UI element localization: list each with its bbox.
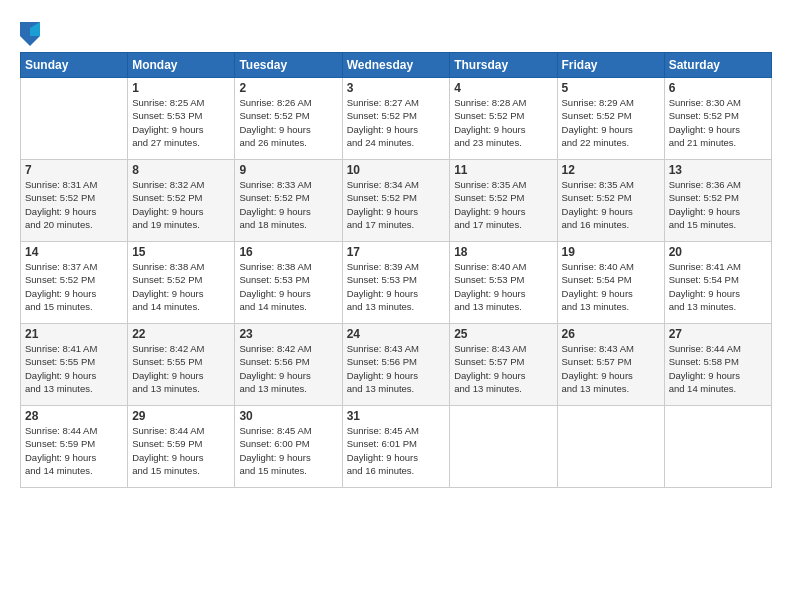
day-cell: 16Sunrise: 8:38 AM Sunset: 5:53 PM Dayli… <box>235 242 342 324</box>
day-number: 11 <box>454 163 552 177</box>
day-info: Sunrise: 8:28 AM Sunset: 5:52 PM Dayligh… <box>454 96 552 149</box>
header <box>20 18 772 46</box>
day-number: 16 <box>239 245 337 259</box>
day-number: 25 <box>454 327 552 341</box>
day-cell: 8Sunrise: 8:32 AM Sunset: 5:52 PM Daylig… <box>128 160 235 242</box>
day-number: 15 <box>132 245 230 259</box>
day-info: Sunrise: 8:33 AM Sunset: 5:52 PM Dayligh… <box>239 178 337 231</box>
day-cell: 14Sunrise: 8:37 AM Sunset: 5:52 PM Dayli… <box>21 242 128 324</box>
day-cell: 20Sunrise: 8:41 AM Sunset: 5:54 PM Dayli… <box>664 242 771 324</box>
day-cell: 10Sunrise: 8:34 AM Sunset: 5:52 PM Dayli… <box>342 160 450 242</box>
day-cell: 17Sunrise: 8:39 AM Sunset: 5:53 PM Dayli… <box>342 242 450 324</box>
day-number: 13 <box>669 163 767 177</box>
day-number: 17 <box>347 245 446 259</box>
day-number: 28 <box>25 409 123 423</box>
day-info: Sunrise: 8:43 AM Sunset: 5:57 PM Dayligh… <box>562 342 660 395</box>
day-cell: 7Sunrise: 8:31 AM Sunset: 5:52 PM Daylig… <box>21 160 128 242</box>
day-number: 23 <box>239 327 337 341</box>
day-number: 18 <box>454 245 552 259</box>
day-number: 12 <box>562 163 660 177</box>
page: SundayMondayTuesdayWednesdayThursdayFrid… <box>0 0 792 612</box>
week-row-3: 14Sunrise: 8:37 AM Sunset: 5:52 PM Dayli… <box>21 242 772 324</box>
day-cell: 3Sunrise: 8:27 AM Sunset: 5:52 PM Daylig… <box>342 78 450 160</box>
day-cell: 30Sunrise: 8:45 AM Sunset: 6:00 PM Dayli… <box>235 406 342 488</box>
day-cell: 23Sunrise: 8:42 AM Sunset: 5:56 PM Dayli… <box>235 324 342 406</box>
weekday-friday: Friday <box>557 53 664 78</box>
day-cell <box>450 406 557 488</box>
day-cell: 28Sunrise: 8:44 AM Sunset: 5:59 PM Dayli… <box>21 406 128 488</box>
day-info: Sunrise: 8:44 AM Sunset: 5:59 PM Dayligh… <box>132 424 230 477</box>
day-number: 1 <box>132 81 230 95</box>
week-row-4: 21Sunrise: 8:41 AM Sunset: 5:55 PM Dayli… <box>21 324 772 406</box>
day-cell: 31Sunrise: 8:45 AM Sunset: 6:01 PM Dayli… <box>342 406 450 488</box>
day-number: 7 <box>25 163 123 177</box>
day-info: Sunrise: 8:41 AM Sunset: 5:55 PM Dayligh… <box>25 342 123 395</box>
day-info: Sunrise: 8:29 AM Sunset: 5:52 PM Dayligh… <box>562 96 660 149</box>
day-cell: 25Sunrise: 8:43 AM Sunset: 5:57 PM Dayli… <box>450 324 557 406</box>
day-info: Sunrise: 8:39 AM Sunset: 5:53 PM Dayligh… <box>347 260 446 313</box>
day-cell: 24Sunrise: 8:43 AM Sunset: 5:56 PM Dayli… <box>342 324 450 406</box>
day-number: 22 <box>132 327 230 341</box>
weekday-thursday: Thursday <box>450 53 557 78</box>
day-info: Sunrise: 8:40 AM Sunset: 5:54 PM Dayligh… <box>562 260 660 313</box>
day-cell: 21Sunrise: 8:41 AM Sunset: 5:55 PM Dayli… <box>21 324 128 406</box>
day-number: 5 <box>562 81 660 95</box>
day-cell: 12Sunrise: 8:35 AM Sunset: 5:52 PM Dayli… <box>557 160 664 242</box>
day-cell <box>557 406 664 488</box>
day-info: Sunrise: 8:36 AM Sunset: 5:52 PM Dayligh… <box>669 178 767 231</box>
day-cell: 1Sunrise: 8:25 AM Sunset: 5:53 PM Daylig… <box>128 78 235 160</box>
day-cell: 13Sunrise: 8:36 AM Sunset: 5:52 PM Dayli… <box>664 160 771 242</box>
day-number: 10 <box>347 163 446 177</box>
weekday-saturday: Saturday <box>664 53 771 78</box>
day-info: Sunrise: 8:40 AM Sunset: 5:53 PM Dayligh… <box>454 260 552 313</box>
day-number: 24 <box>347 327 446 341</box>
day-info: Sunrise: 8:30 AM Sunset: 5:52 PM Dayligh… <box>669 96 767 149</box>
day-cell: 19Sunrise: 8:40 AM Sunset: 5:54 PM Dayli… <box>557 242 664 324</box>
day-info: Sunrise: 8:37 AM Sunset: 5:52 PM Dayligh… <box>25 260 123 313</box>
day-cell <box>21 78 128 160</box>
day-info: Sunrise: 8:25 AM Sunset: 5:53 PM Dayligh… <box>132 96 230 149</box>
logo-icon <box>20 22 40 46</box>
day-cell: 2Sunrise: 8:26 AM Sunset: 5:52 PM Daylig… <box>235 78 342 160</box>
day-cell: 27Sunrise: 8:44 AM Sunset: 5:58 PM Dayli… <box>664 324 771 406</box>
logo <box>20 22 42 46</box>
day-info: Sunrise: 8:35 AM Sunset: 5:52 PM Dayligh… <box>454 178 552 231</box>
day-cell: 6Sunrise: 8:30 AM Sunset: 5:52 PM Daylig… <box>664 78 771 160</box>
day-number: 20 <box>669 245 767 259</box>
day-number: 30 <box>239 409 337 423</box>
day-number: 29 <box>132 409 230 423</box>
calendar: SundayMondayTuesdayWednesdayThursdayFrid… <box>20 52 772 488</box>
day-info: Sunrise: 8:43 AM Sunset: 5:57 PM Dayligh… <box>454 342 552 395</box>
day-number: 6 <box>669 81 767 95</box>
week-row-5: 28Sunrise: 8:44 AM Sunset: 5:59 PM Dayli… <box>21 406 772 488</box>
weekday-tuesday: Tuesday <box>235 53 342 78</box>
day-number: 3 <box>347 81 446 95</box>
day-cell: 22Sunrise: 8:42 AM Sunset: 5:55 PM Dayli… <box>128 324 235 406</box>
day-info: Sunrise: 8:31 AM Sunset: 5:52 PM Dayligh… <box>25 178 123 231</box>
day-info: Sunrise: 8:43 AM Sunset: 5:56 PM Dayligh… <box>347 342 446 395</box>
day-info: Sunrise: 8:34 AM Sunset: 5:52 PM Dayligh… <box>347 178 446 231</box>
weekday-header-row: SundayMondayTuesdayWednesdayThursdayFrid… <box>21 53 772 78</box>
day-info: Sunrise: 8:44 AM Sunset: 5:58 PM Dayligh… <box>669 342 767 395</box>
day-number: 2 <box>239 81 337 95</box>
day-info: Sunrise: 8:26 AM Sunset: 5:52 PM Dayligh… <box>239 96 337 149</box>
day-info: Sunrise: 8:45 AM Sunset: 6:01 PM Dayligh… <box>347 424 446 477</box>
weekday-monday: Monday <box>128 53 235 78</box>
day-number: 27 <box>669 327 767 341</box>
day-cell: 4Sunrise: 8:28 AM Sunset: 5:52 PM Daylig… <box>450 78 557 160</box>
day-cell: 18Sunrise: 8:40 AM Sunset: 5:53 PM Dayli… <box>450 242 557 324</box>
day-info: Sunrise: 8:44 AM Sunset: 5:59 PM Dayligh… <box>25 424 123 477</box>
day-number: 19 <box>562 245 660 259</box>
week-row-1: 1Sunrise: 8:25 AM Sunset: 5:53 PM Daylig… <box>21 78 772 160</box>
day-number: 9 <box>239 163 337 177</box>
weekday-wednesday: Wednesday <box>342 53 450 78</box>
day-cell: 29Sunrise: 8:44 AM Sunset: 5:59 PM Dayli… <box>128 406 235 488</box>
day-number: 8 <box>132 163 230 177</box>
day-info: Sunrise: 8:38 AM Sunset: 5:52 PM Dayligh… <box>132 260 230 313</box>
day-number: 26 <box>562 327 660 341</box>
week-row-2: 7Sunrise: 8:31 AM Sunset: 5:52 PM Daylig… <box>21 160 772 242</box>
day-cell: 26Sunrise: 8:43 AM Sunset: 5:57 PM Dayli… <box>557 324 664 406</box>
day-info: Sunrise: 8:42 AM Sunset: 5:56 PM Dayligh… <box>239 342 337 395</box>
day-cell <box>664 406 771 488</box>
day-cell: 9Sunrise: 8:33 AM Sunset: 5:52 PM Daylig… <box>235 160 342 242</box>
